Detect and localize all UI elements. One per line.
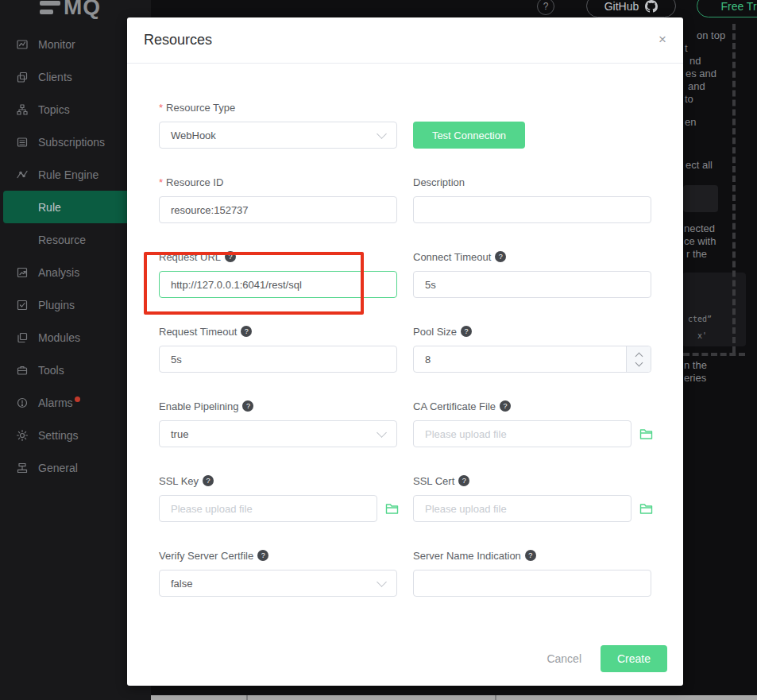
field-test-connection: Test Connection xyxy=(413,100,651,149)
bg-code-fragment: cted” xyxy=(688,315,712,323)
enable-pipelining-value: true xyxy=(171,428,188,440)
bg-text-fragment: n the xyxy=(684,359,707,371)
folder-upload-icon[interactable] xyxy=(385,503,399,515)
ca-certificate-input[interactable] xyxy=(413,420,631,447)
emq-logo-mark-icon xyxy=(40,1,60,14)
chevron-down-icon xyxy=(377,427,387,438)
test-connection-button[interactable]: Test Connection xyxy=(413,122,525,149)
subscriptions-icon xyxy=(16,136,29,149)
bg-dashed-border-vertical xyxy=(732,24,736,353)
sidebar-item-label: Modules xyxy=(38,331,80,344)
field-ssl-key: SSL Key ? xyxy=(159,474,397,522)
scrollbar-tick xyxy=(495,695,496,700)
emq-logo[interactable]: MQ xyxy=(40,0,101,20)
free-trial-button[interactable]: Free Trial xyxy=(697,0,757,17)
bg-text-fragment: en xyxy=(685,116,696,128)
bg-text-fragment: r the xyxy=(686,248,707,260)
alarms-badge xyxy=(75,396,80,402)
github-icon xyxy=(645,0,658,13)
resource-id-label: * Resource ID xyxy=(159,175,397,189)
create-button[interactable]: Create xyxy=(601,645,667,672)
label-text: Resource Type xyxy=(166,102,235,114)
sidebar-item-label: Rule xyxy=(38,201,61,214)
field-pool-size: Pool Size ? xyxy=(413,324,651,373)
help-icon[interactable]: ? xyxy=(458,475,469,486)
sidebar-item-label: Subscriptions xyxy=(38,136,105,149)
request-url-input[interactable] xyxy=(159,271,397,298)
close-icon[interactable]: × xyxy=(659,33,666,46)
required-mark: * xyxy=(159,102,163,114)
bg-code-panel-fragment xyxy=(682,273,746,346)
help-icon[interactable]: ? xyxy=(203,475,214,486)
modal-footer: Cancel Create xyxy=(547,645,667,672)
connect-timeout-input[interactable] xyxy=(413,271,651,298)
bg-text-fragment: nected xyxy=(684,222,715,234)
folder-upload-icon[interactable] xyxy=(639,428,653,440)
enable-pipelining-select[interactable]: true xyxy=(159,420,397,447)
resource-id-input[interactable] xyxy=(159,196,397,223)
description-label: Description xyxy=(413,175,651,189)
sidebar-item-label: Plugins xyxy=(38,299,75,311)
resource-form: * Resource Type WebHook Test Connection xyxy=(127,64,683,597)
plugins-icon xyxy=(16,299,29,311)
help-icon[interactable]: ? xyxy=(257,550,268,561)
server-name-indication-label: Server Name Indication ? xyxy=(413,548,651,563)
sidebar-item-label: Settings xyxy=(38,429,79,442)
ca-certificate-label: CA Certificate File ? xyxy=(413,399,651,413)
label-text: Description xyxy=(413,176,465,188)
resource-type-select[interactable]: WebHook xyxy=(159,122,397,149)
request-timeout-input[interactable] xyxy=(159,346,397,373)
help-icon[interactable]: ? xyxy=(241,326,252,337)
enable-pipelining-label: Enable Pipelining ? xyxy=(159,399,397,413)
bg-text-fragment: on top xyxy=(697,29,725,41)
verify-server-certfile-value: false xyxy=(171,578,192,590)
label-text: Enable Pipelining xyxy=(159,400,238,412)
bg-text-fragment: to xyxy=(685,93,693,105)
label-text: Request URL xyxy=(159,251,221,263)
folder-upload-icon[interactable] xyxy=(639,503,653,515)
label-text: CA Certificate File xyxy=(413,400,496,412)
help-icon[interactable]: ? xyxy=(525,550,536,561)
pool-size-input[interactable] xyxy=(413,346,651,373)
modules-icon xyxy=(16,331,29,344)
ssl-key-input[interactable] xyxy=(159,495,377,522)
sidebar-item-rule[interactable]: Rule xyxy=(3,191,148,223)
help-icon[interactable]: ? xyxy=(225,251,236,262)
help-icon[interactable]: ? xyxy=(495,251,506,262)
connect-timeout-label: Connect Timeout ? xyxy=(413,249,651,264)
label-text: Connect Timeout xyxy=(413,251,491,263)
resources-modal: Resources × * Resource Type WebHook xyxy=(127,17,683,686)
modal-header: Resources xyxy=(127,17,683,64)
field-resource-type: * Resource Type WebHook xyxy=(159,100,397,149)
field-ca-certificate: CA Certificate File ? xyxy=(413,399,651,447)
cancel-button[interactable]: Cancel xyxy=(547,652,581,665)
sidebar-item-label: Topics xyxy=(38,103,70,116)
github-button[interactable]: GitHub xyxy=(586,0,676,17)
sidebar-item-label: Monitor xyxy=(38,38,75,51)
help-icon[interactable]: ? xyxy=(500,400,511,412)
sidebar-item-label: Resource xyxy=(38,234,86,246)
help-icon[interactable]: ? xyxy=(242,400,253,412)
field-ssl-cert: SSL Cert ? xyxy=(413,474,651,522)
stepper-down-icon[interactable] xyxy=(635,358,643,366)
tools-icon xyxy=(16,364,29,377)
label-text: Pool Size xyxy=(413,326,457,338)
horizontal-scrollbar[interactable] xyxy=(151,695,757,700)
bg-dashed-border-horizontal xyxy=(683,353,745,356)
server-name-indication-input[interactable] xyxy=(413,570,651,597)
description-input[interactable] xyxy=(413,196,651,223)
emq-logo-text: MQ xyxy=(64,0,101,20)
topics-icon xyxy=(16,103,29,116)
chevron-down-icon xyxy=(377,129,387,139)
app-root: on top t nd es and and to en ect all nec… xyxy=(0,0,757,700)
resource-type-label: * Resource Type xyxy=(159,100,397,114)
help-icon[interactable]: ? xyxy=(537,0,554,15)
verify-server-certfile-select[interactable]: false xyxy=(159,570,397,597)
monitor-icon xyxy=(16,38,29,51)
bg-text-fragment: ce with xyxy=(684,235,716,247)
ssl-cert-input[interactable] xyxy=(413,495,631,522)
bg-text-fragment: eries xyxy=(684,372,706,384)
quantity-stepper[interactable] xyxy=(626,346,651,372)
ssl-key-label: SSL Key ? xyxy=(159,474,397,488)
help-icon[interactable]: ? xyxy=(461,326,472,337)
